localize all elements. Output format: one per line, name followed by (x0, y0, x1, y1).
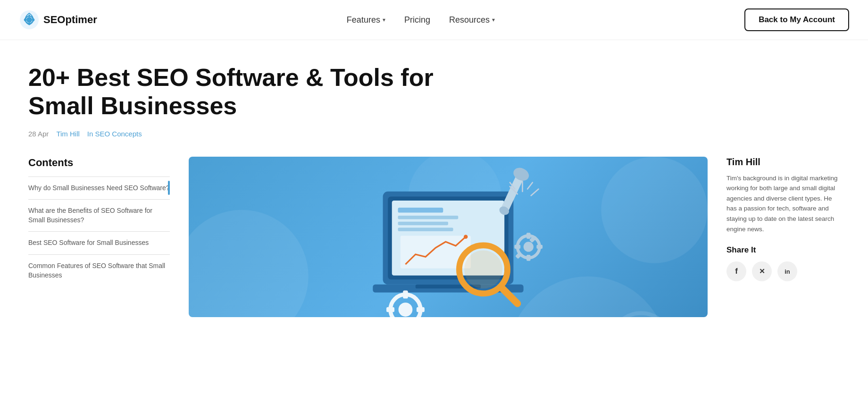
author-name: Tim Hill (726, 157, 840, 168)
toc-item-2[interactable]: What are the Benefits of SEO Software fo… (28, 199, 170, 231)
toc-item-4[interactable]: Common Features of SEO Software that Sma… (28, 254, 170, 286)
navbar: SEOptimer Features ▾ Pricing Resources ▾… (0, 0, 868, 40)
article-title: 20+ Best SEO Software & Tools for Small … (28, 64, 453, 120)
main-content: 20+ Best SEO Software & Tools for Small … (0, 40, 868, 317)
hero-image (189, 157, 708, 317)
article-date: 28 Apr (28, 130, 49, 138)
nav-resources[interactable]: Resources ▾ (449, 15, 495, 25)
facebook-icon: f (735, 267, 738, 276)
nav-pricing[interactable]: Pricing (404, 15, 430, 25)
svg-rect-48 (403, 290, 408, 298)
svg-point-3 (28, 18, 31, 22)
toc-title: Contents (28, 157, 170, 169)
svg-rect-4 (29, 15, 30, 17)
logo[interactable]: SEOptimer (19, 9, 97, 30)
author-sidebar: Tim Hill Tim's background is in digital … (726, 157, 840, 282)
svg-rect-42 (536, 244, 542, 249)
svg-point-47 (399, 302, 413, 317)
svg-point-33 (464, 250, 502, 288)
hero-illustration (189, 161, 708, 317)
svg-rect-41 (526, 255, 531, 261)
nav-center: Features ▾ Pricing Resources ▾ (347, 15, 495, 25)
share-buttons: f ✕ in (726, 261, 840, 281)
svg-line-55 (527, 182, 533, 189)
back-to-account-button[interactable]: Back to My Account (744, 8, 849, 31)
svg-rect-26 (398, 221, 448, 225)
article-meta: 28 Apr Tim Hill In SEO Concepts (28, 130, 840, 138)
toc-item-3[interactable]: Best SEO Software for Small Businesses (28, 231, 170, 254)
article-category[interactable]: In SEO Concepts (87, 130, 142, 138)
article-body: Contents Why do Small Businesses Need SE… (28, 157, 840, 317)
features-chevron-icon: ▾ (383, 17, 385, 23)
nav-features[interactable]: Features ▾ (347, 15, 385, 25)
logo-text: SEOptimer (43, 14, 97, 26)
svg-point-29 (464, 235, 468, 239)
share-twitter-button[interactable]: ✕ (752, 261, 772, 281)
resources-chevron-icon: ▾ (492, 17, 495, 23)
svg-rect-25 (398, 216, 459, 219)
svg-rect-24 (398, 208, 443, 213)
article-author[interactable]: Tim Hill (56, 130, 79, 138)
svg-rect-45 (515, 252, 522, 259)
svg-line-54 (531, 189, 539, 195)
linkedin-icon: in (785, 268, 790, 275)
svg-rect-40 (526, 233, 531, 239)
share-facebook-button[interactable]: f (726, 261, 746, 281)
svg-rect-50 (417, 307, 425, 312)
svg-rect-27 (398, 227, 453, 231)
share-title: Share It (726, 245, 840, 255)
illustration-svg (311, 161, 585, 317)
svg-point-39 (524, 242, 534, 252)
svg-rect-5 (29, 23, 30, 25)
toc-sidebar: Contents Why do Small Businesses Need SE… (28, 157, 170, 287)
svg-rect-43 (515, 244, 521, 249)
logo-icon (19, 9, 40, 30)
svg-rect-51 (386, 307, 394, 312)
toc-item-1[interactable]: Why do Small Businesses Need SEO Softwar… (28, 176, 170, 200)
twitter-x-icon: ✕ (759, 267, 765, 276)
share-linkedin-button[interactable]: in (777, 261, 797, 281)
author-bio: Tim's background is in digital marketing… (726, 173, 840, 235)
